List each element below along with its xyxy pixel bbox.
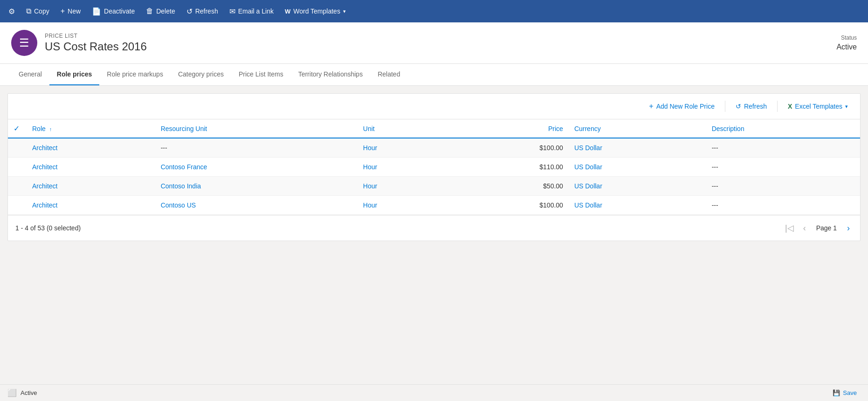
entity-info: PRICE LIST US Cost Rates 2016: [45, 33, 829, 53]
add-new-role-price-button[interactable]: + Add New Role Price: [644, 99, 719, 113]
currency-link[interactable]: US Dollar: [574, 182, 602, 190]
resourcing-unit-link[interactable]: Contoso US: [161, 201, 196, 209]
word-templates-button[interactable]: W Word Templates ▾: [280, 5, 351, 18]
currency-link[interactable]: US Dollar: [574, 201, 602, 209]
role-column-header[interactable]: Role ↑: [27, 119, 155, 138]
resourcing-unit-cell[interactable]: Contoso India: [155, 177, 358, 196]
currency-cell[interactable]: US Dollar: [569, 158, 706, 177]
email-link-button[interactable]: ✉ Email a Link: [225, 4, 278, 19]
status-bar-left: ⬜ Active: [7, 388, 37, 397]
table-row[interactable]: Architect---Hour$100.00US Dollar---: [8, 138, 860, 158]
role-link[interactable]: Architect: [32, 201, 57, 209]
check-icon: ✓: [14, 124, 20, 132]
deactivate-icon: 📄: [92, 7, 101, 16]
status-bar: ⬜ Active 💾 Save: [0, 384, 868, 401]
prev-page-button[interactable]: ‹: [800, 221, 809, 235]
price-cell: $100.00: [447, 138, 569, 158]
grid-panel: + Add New Role Price ↺ Refresh X Excel T…: [7, 93, 861, 241]
status-label: Status: [836, 35, 857, 41]
unit-link[interactable]: Hour: [363, 182, 377, 190]
save-button[interactable]: 💾 Save: [829, 387, 861, 398]
row-checkbox[interactable]: [8, 196, 27, 215]
table-row[interactable]: ArchitectContoso FranceHour$110.00US Dol…: [8, 158, 860, 177]
description-cell: ---: [706, 196, 860, 215]
unit-link[interactable]: Hour: [363, 144, 377, 152]
add-icon: +: [649, 102, 653, 111]
status-bar-icon: ⬜: [7, 388, 17, 397]
tab-role-prices[interactable]: Role prices: [49, 64, 99, 85]
copy-icon: ⧉: [26, 7, 31, 15]
currency-column-header[interactable]: Currency: [569, 119, 706, 138]
grid-toolbar-separator-2: [777, 101, 778, 112]
deactivate-button[interactable]: 📄 Deactivate: [87, 4, 139, 19]
settings-button[interactable]: ⚙: [4, 4, 20, 19]
description-column-header[interactable]: Description: [706, 119, 860, 138]
tab-general[interactable]: General: [11, 64, 49, 85]
grid-toolbar-separator-1: [725, 101, 725, 112]
role-link[interactable]: Architect: [32, 182, 57, 190]
currency-cell[interactable]: US Dollar: [569, 196, 706, 215]
excel-icon: X: [788, 103, 792, 110]
table-row[interactable]: ArchitectContoso USHour$100.00US Dollar-…: [8, 196, 860, 215]
entity-status: Status Active: [836, 35, 857, 51]
price-column-header[interactable]: Price: [447, 119, 569, 138]
status-bar-right: 💾 Save: [829, 387, 861, 398]
entity-type: PRICE LIST: [45, 33, 829, 39]
copy-button[interactable]: ⧉ Copy: [21, 4, 54, 18]
role-cell[interactable]: Architect: [27, 196, 155, 215]
role-cell[interactable]: Architect: [27, 177, 155, 196]
refresh-button[interactable]: ↺ Refresh: [182, 4, 223, 19]
refresh-icon: ↺: [186, 7, 193, 16]
currency-link[interactable]: US Dollar: [574, 144, 602, 152]
currency-link[interactable]: US Dollar: [574, 163, 602, 171]
avatar: ☰: [11, 30, 37, 56]
entity-header: ☰ PRICE LIST US Cost Rates 2016 Status A…: [0, 22, 868, 64]
pagination: 1 - 4 of 53 (0 selected) |◁ ‹ Page 1 ›: [8, 215, 860, 241]
role-cell[interactable]: Architect: [27, 158, 155, 177]
unit-column-header[interactable]: Unit: [358, 119, 447, 138]
settings-icon: ⚙: [8, 7, 15, 16]
grid-refresh-icon: ↺: [736, 103, 741, 110]
unit-cell[interactable]: Hour: [358, 158, 447, 177]
currency-cell[interactable]: US Dollar: [569, 138, 706, 158]
resourcing-unit-cell[interactable]: Contoso France: [155, 158, 358, 177]
price-cell: $100.00: [447, 196, 569, 215]
page-label: Page 1: [813, 224, 840, 232]
description-cell: ---: [706, 158, 860, 177]
resourcing-unit-cell[interactable]: ---: [155, 138, 358, 158]
resourcing-unit-link[interactable]: Contoso India: [161, 182, 201, 190]
unit-cell[interactable]: Hour: [358, 196, 447, 215]
tab-price-list-items[interactable]: Price List Items: [231, 64, 291, 85]
tab-related[interactable]: Related: [370, 64, 407, 85]
tab-role-price-markups[interactable]: Role price markups: [99, 64, 171, 85]
role-cell[interactable]: Architect: [27, 138, 155, 158]
unit-cell[interactable]: Hour: [358, 138, 447, 158]
resourcing-unit-link[interactable]: Contoso France: [161, 163, 207, 171]
unit-link[interactable]: Hour: [363, 163, 377, 171]
tab-territory-relationships[interactable]: Territory Relationships: [291, 64, 371, 85]
description-cell: ---: [706, 177, 860, 196]
delete-icon: 🗑: [146, 7, 153, 15]
excel-chevron-icon: ▾: [845, 104, 848, 110]
unit-cell[interactable]: Hour: [358, 177, 447, 196]
table-row[interactable]: ArchitectContoso IndiaHour$50.00US Dolla…: [8, 177, 860, 196]
new-button[interactable]: + New: [56, 4, 85, 18]
role-link[interactable]: Architect: [32, 144, 57, 152]
row-checkbox[interactable]: [8, 138, 27, 158]
select-all-header[interactable]: ✓: [8, 119, 27, 138]
pagination-controls: |◁ ‹ Page 1 ›: [782, 221, 853, 235]
role-link[interactable]: Architect: [32, 163, 57, 171]
row-checkbox[interactable]: [8, 158, 27, 177]
next-page-button[interactable]: ›: [844, 221, 853, 235]
row-checkbox[interactable]: [8, 177, 27, 196]
entity-name: US Cost Rates 2016: [45, 40, 829, 53]
first-page-button[interactable]: |◁: [782, 221, 797, 235]
unit-link[interactable]: Hour: [363, 201, 377, 209]
excel-templates-button[interactable]: X Excel Templates ▾: [783, 100, 853, 113]
resourcing-unit-column-header[interactable]: Resourcing Unit: [155, 119, 358, 138]
grid-refresh-button[interactable]: ↺ Refresh: [731, 100, 772, 113]
tab-category-prices[interactable]: Category prices: [171, 64, 231, 85]
delete-button[interactable]: 🗑 Delete: [141, 4, 179, 18]
resourcing-unit-cell[interactable]: Contoso US: [155, 196, 358, 215]
currency-cell[interactable]: US Dollar: [569, 177, 706, 196]
